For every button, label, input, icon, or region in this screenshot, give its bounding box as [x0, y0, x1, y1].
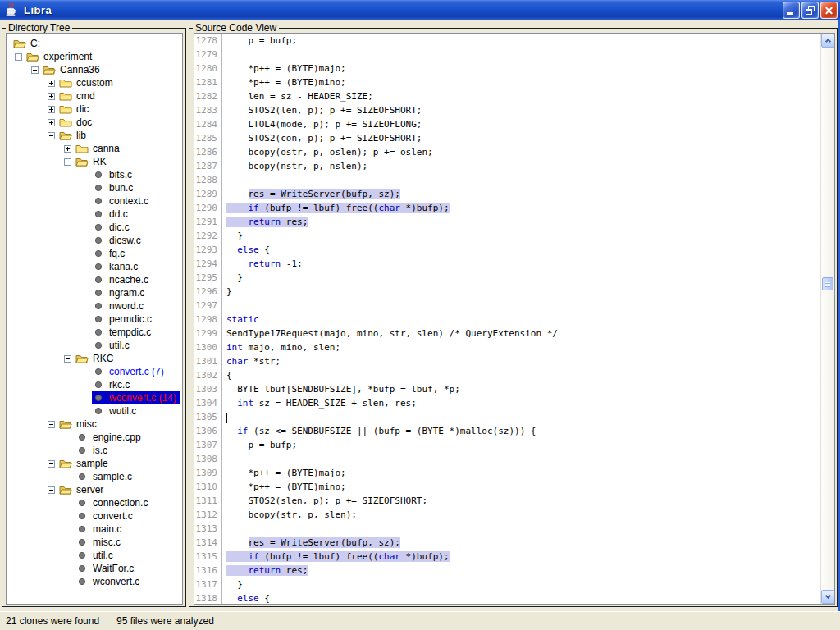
tree-row-content[interactable]: tempdic.c [92, 326, 154, 339]
tree-item-bits-c[interactable]: bits.c [7, 168, 182, 181]
tree-row-content[interactable]: doc [59, 116, 95, 129]
tree-item-canna36[interactable]: Canna36 [7, 63, 182, 76]
tree-item-fq-c[interactable]: fq.c [7, 247, 182, 260]
tree-item-is-c[interactable]: is.c [7, 444, 182, 457]
tree-row-content[interactable]: ngram.c [92, 286, 148, 299]
collapse-minus-icon[interactable] [64, 355, 71, 363]
tree-item-ngram-c[interactable]: ngram.c [7, 286, 182, 299]
tree-item-lib[interactable]: lib [7, 129, 182, 142]
tree-row-content[interactable]: dic [59, 103, 92, 116]
tree-item-util-c[interactable]: util.c [7, 549, 182, 562]
tree-item-canna[interactable]: canna [7, 142, 182, 155]
tree-row-content[interactable]: bits.c [92, 168, 135, 181]
collapse-minus-icon[interactable] [31, 66, 39, 74]
tree-item-ccustom[interactable]: ccustom [7, 76, 182, 89]
tree-row-content[interactable]: util.c [92, 339, 133, 352]
tree-row-content[interactable]: misc [59, 418, 100, 431]
tree-row-content[interactable]: wconvert.c [75, 575, 143, 588]
tree-item-context-c[interactable]: context.c [7, 194, 182, 208]
scroll-up-icon[interactable] [821, 34, 835, 48]
vertical-scrollbar[interactable] [820, 34, 834, 604]
tree-item-rkc-c[interactable]: rkc.c [7, 378, 182, 391]
tree-item-permdic-c[interactable]: permdic.c [7, 313, 182, 326]
minimize-icon[interactable] [783, 2, 800, 19]
tree-item-dic[interactable]: dic [7, 103, 182, 116]
titlebar[interactable]: Libra [0, 0, 840, 20]
tree-row-content[interactable]: engine.cpp [75, 431, 144, 444]
tree-row-content[interactable]: convert.c [75, 509, 136, 523]
tree-row-content[interactable]: permdic.c [92, 313, 155, 326]
tree-row-content[interactable]: experiment [26, 50, 95, 63]
close-icon[interactable] [820, 2, 838, 19]
tree-item-sample-c[interactable]: sample.c [7, 470, 182, 483]
collapse-minus-icon[interactable] [48, 421, 55, 428]
tree-row-content[interactable]: connection.c [75, 496, 151, 509]
source-code-view[interactable]: 1278 p = bufp;12791280 *p++ = (BYTE)majo… [194, 33, 835, 605]
tree-item-ncache-c[interactable]: ncache.c [7, 273, 182, 286]
tree-item-cmd[interactable]: cmd [7, 89, 182, 103]
tree-row-content[interactable]: nword.c [92, 299, 147, 313]
expand-plus-icon[interactable] [48, 80, 55, 87]
tree-item-connection-c[interactable]: connection.c [7, 496, 182, 509]
tree-item-sample[interactable]: sample [7, 457, 182, 470]
tree-row-content[interactable]: misc.c [75, 536, 124, 549]
tree-item-wconvert-c-14[interactable]: wconvert.c (14) [7, 391, 182, 404]
tree-row-content[interactable]: RKC [75, 352, 116, 365]
tree-item-server[interactable]: server [7, 483, 182, 496]
tree-row-content[interactable]: canna [75, 142, 123, 155]
expand-plus-icon[interactable] [48, 93, 55, 100]
tree-row-content[interactable]: dicsw.c [92, 234, 144, 247]
tree-item-main-c[interactable]: main.c [7, 523, 182, 536]
tree-row-content[interactable]: dd.c [92, 208, 131, 221]
tree-item-kana-c[interactable]: kana.c [7, 260, 182, 273]
tree-item-nword-c[interactable]: nword.c [7, 299, 182, 313]
tree-row-content[interactable]: is.c [75, 444, 111, 457]
tree-item-misc-c[interactable]: misc.c [7, 536, 182, 549]
collapse-minus-icon[interactable] [64, 158, 71, 166]
tree-item-dd-c[interactable]: dd.c [7, 208, 182, 221]
tree-row-content[interactable]: fq.c [92, 247, 128, 260]
directory-tree[interactable]: C:experimentCanna36ccustomcmddicdoclibca… [6, 33, 183, 605]
tree-row-content[interactable]: rkc.c [92, 378, 133, 391]
tree-item-doc[interactable]: doc [7, 116, 182, 129]
tree-item-wconvert-c[interactable]: wconvert.c [7, 575, 182, 588]
tree-item-convert-c[interactable]: convert.c [7, 509, 182, 523]
tree-row-content[interactable]: RK [75, 155, 110, 168]
expand-plus-icon[interactable] [48, 119, 55, 126]
tree-row-content[interactable]: main.c [75, 523, 125, 536]
expand-plus-icon[interactable] [64, 145, 71, 153]
collapse-minus-icon[interactable] [15, 53, 22, 61]
collapse-minus-icon[interactable] [48, 486, 55, 494]
tree-row-content[interactable]: WaitFor.c [75, 562, 137, 575]
tree-selection[interactable]: wconvert.c (14) [92, 391, 180, 404]
tree-item-waitfor-c[interactable]: WaitFor.c [7, 562, 182, 575]
tree-item-bun-c[interactable]: bun.c [7, 181, 182, 194]
tree-item-util-c[interactable]: util.c [7, 339, 182, 352]
tree-item-wutil-c[interactable]: wutil.c [7, 404, 182, 418]
tree-row-content[interactable]: cmd [59, 89, 98, 103]
tree-row-content[interactable]: sample.c [75, 470, 135, 483]
tree-row-content[interactable]: kana.c [92, 260, 141, 273]
tree-row-content[interactable]: context.c [92, 194, 152, 208]
tree-row-content[interactable]: bun.c [92, 181, 136, 194]
tree-row-content[interactable]: server [59, 483, 107, 496]
collapse-minus-icon[interactable] [48, 132, 55, 139]
tree-item-engine-cpp[interactable]: engine.cpp [7, 431, 182, 444]
tree-item-c[interactable]: C: [7, 37, 182, 50]
tree-item-experiment[interactable]: experiment [7, 50, 182, 63]
scrollbar-thumb[interactable] [822, 277, 833, 290]
tree-item-rk[interactable]: RK [7, 155, 182, 168]
tree-row-content[interactable]: lib [59, 129, 89, 142]
scroll-down-icon[interactable] [821, 590, 835, 604]
tree-item-tempdic-c[interactable]: tempdic.c [7, 326, 182, 339]
tree-item-convert-c-7[interactable]: convert.c (7) [7, 365, 182, 378]
tree-row-content[interactable]: wutil.c [92, 404, 139, 418]
tree-row-content[interactable]: sample [59, 457, 112, 470]
tree-row-content[interactable]: dic.c [92, 221, 133, 234]
tree-row-content[interactable]: ccustom [59, 76, 116, 89]
expand-plus-icon[interactable] [48, 106, 55, 113]
tree-row-content[interactable]: ncache.c [92, 273, 152, 286]
code-lines[interactable]: 1278 p = bufp;12791280 *p++ = (BYTE)majo… [194, 34, 820, 604]
collapse-minus-icon[interactable] [48, 460, 55, 468]
tree-item-dicsw-c[interactable]: dicsw.c [7, 234, 182, 247]
